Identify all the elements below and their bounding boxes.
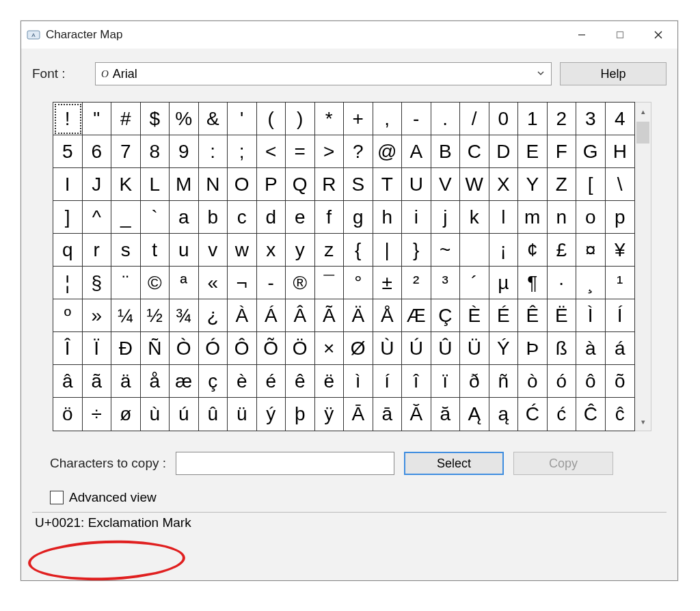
scroll-down-arrow[interactable]: ▾	[635, 413, 651, 431]
minimize-button[interactable]	[563, 21, 601, 49]
character-cell[interactable]: £	[548, 234, 577, 267]
character-cell[interactable]: ¨	[111, 267, 141, 299]
character-cell[interactable]: Ø	[344, 332, 373, 365]
character-cell[interactable]: W	[460, 168, 489, 201]
character-cell[interactable]: ú	[170, 398, 199, 431]
character-cell[interactable]: ä	[111, 365, 141, 398]
character-cell[interactable]: ?	[344, 135, 373, 168]
character-cell[interactable]: -	[402, 103, 431, 135]
character-cell[interactable]: X	[489, 168, 519, 201]
select-button[interactable]: Select	[404, 452, 504, 475]
character-cell[interactable]: ¼	[111, 299, 141, 332]
character-cell[interactable]: Ð	[111, 332, 141, 365]
character-cell[interactable]: M	[170, 168, 199, 201]
character-cell[interactable]: ñ	[489, 365, 519, 398]
character-cell[interactable]: ì	[344, 365, 373, 398]
character-cell[interactable]: z	[315, 234, 345, 267]
close-button[interactable]	[639, 21, 677, 49]
character-cell[interactable]: O	[228, 168, 257, 201]
character-cell[interactable]: Û	[431, 332, 461, 365]
character-cell[interactable]: h	[373, 201, 403, 234]
character-cell[interactable]: Ì	[576, 299, 606, 332]
character-cell[interactable]: æ	[170, 365, 199, 398]
character-cell[interactable]: Ï	[83, 332, 112, 365]
character-cell[interactable]: Â	[286, 299, 315, 332]
character-cell[interactable]: .	[431, 103, 461, 135]
character-cell[interactable]: ²	[402, 267, 431, 299]
character-cell[interactable]: í	[373, 365, 403, 398]
advanced-view-checkbox[interactable]	[50, 491, 64, 504]
character-cell[interactable]: C	[460, 135, 489, 168]
character-cell[interactable]: á	[606, 332, 635, 365]
character-cell[interactable]: c	[228, 201, 257, 234]
character-cell[interactable]: ]	[53, 201, 83, 234]
character-cell[interactable]: ï	[431, 365, 461, 398]
character-cell[interactable]: 6	[83, 135, 112, 168]
character-cell[interactable]: P	[257, 168, 286, 201]
character-cell[interactable]: 0	[489, 103, 519, 135]
copy-button[interactable]: Copy	[513, 452, 613, 475]
character-cell[interactable]: 1	[518, 103, 548, 135]
character-cell[interactable]: ¹	[606, 267, 635, 299]
character-cell[interactable]: Ô	[228, 332, 257, 365]
character-cell[interactable]: n	[548, 201, 577, 234]
character-cell[interactable]: ¤	[576, 234, 606, 267]
character-cell[interactable]: q	[53, 234, 83, 267]
character-cell[interactable]: ®	[286, 267, 315, 299]
character-cell[interactable]: Ò	[170, 332, 199, 365]
character-cell[interactable]: Î	[53, 332, 83, 365]
character-cell[interactable]: ß	[548, 332, 577, 365]
character-cell[interactable]: >	[315, 135, 345, 168]
character-cell[interactable]: Ù	[373, 332, 403, 365]
character-cell[interactable]: ¸	[576, 267, 606, 299]
character-cell[interactable]: ô	[576, 365, 606, 398]
character-cell[interactable]: ¦	[53, 267, 83, 299]
character-cell[interactable]: x	[257, 234, 286, 267]
character-cell[interactable]: /	[460, 103, 489, 135]
character-cell[interactable]: ê	[286, 365, 315, 398]
character-cell[interactable]: -	[257, 267, 286, 299]
character-cell[interactable]: ā	[373, 398, 403, 431]
character-cell[interactable]: _	[111, 201, 141, 234]
character-cell[interactable]: Ú	[402, 332, 431, 365]
character-cell[interactable]: I	[53, 168, 83, 201]
character-cell[interactable]: é	[257, 365, 286, 398]
character-cell[interactable]: k	[460, 201, 489, 234]
character-cell[interactable]: þ	[286, 398, 315, 431]
character-cell[interactable]: A	[402, 135, 431, 168]
character-cell[interactable]: ¶	[518, 267, 548, 299]
character-cell[interactable]: E	[518, 135, 548, 168]
character-cell[interactable]: ą	[489, 398, 519, 431]
character-cell[interactable]: :	[199, 135, 228, 168]
scroll-up-arrow[interactable]: ▴	[635, 103, 651, 120]
character-cell[interactable]: !	[53, 103, 83, 135]
character-cell[interactable]: )	[286, 103, 315, 135]
character-cell[interactable]: ¡	[489, 234, 519, 267]
vertical-scrollbar[interactable]: ▴ ▾	[635, 102, 651, 431]
character-cell[interactable]: Æ	[402, 299, 431, 332]
character-cell[interactable]: $	[141, 103, 170, 135]
character-cell[interactable]: a	[170, 201, 199, 234]
character-cell[interactable]: H	[606, 135, 635, 168]
character-cell[interactable]: Ă	[402, 398, 431, 431]
character-cell[interactable]: 8	[141, 135, 170, 168]
character-cell[interactable]: ³	[431, 267, 461, 299]
character-cell[interactable]: 5	[53, 135, 83, 168]
character-cell[interactable]: ¥	[606, 234, 635, 267]
character-cell[interactable]: °	[344, 267, 373, 299]
character-cell[interactable]: È	[460, 299, 489, 332]
character-cell[interactable]: ë	[315, 365, 345, 398]
character-cell[interactable]: Ö	[286, 332, 315, 365]
character-cell[interactable]: Ó	[199, 332, 228, 365]
character-cell[interactable]: s	[111, 234, 141, 267]
character-cell[interactable]: |	[373, 234, 403, 267]
character-cell[interactable]: '	[228, 103, 257, 135]
character-cell[interactable]: #	[111, 103, 141, 135]
character-cell[interactable]: ;	[228, 135, 257, 168]
character-cell[interactable]: b	[199, 201, 228, 234]
character-cell[interactable]: ÷	[83, 398, 112, 431]
character-cell[interactable]: Ć	[518, 398, 548, 431]
character-cell[interactable]: u	[170, 234, 199, 267]
character-cell[interactable]: S	[344, 168, 373, 201]
character-cell[interactable]: D	[489, 135, 519, 168]
